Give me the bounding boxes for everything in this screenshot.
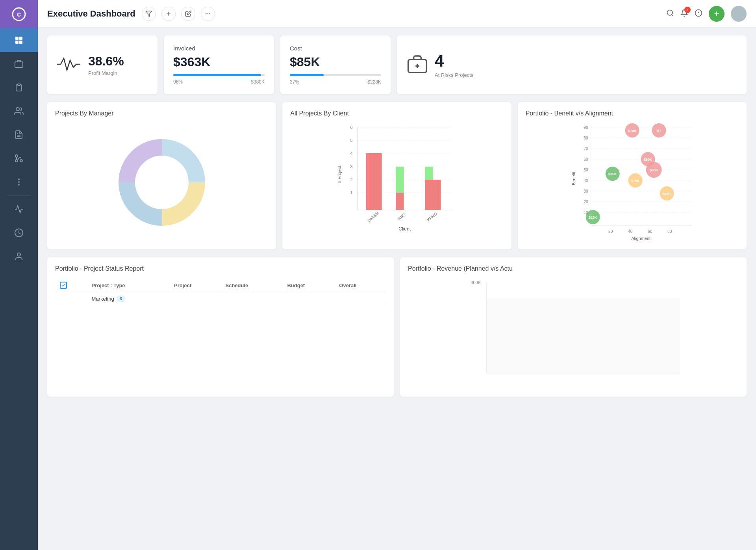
- svg-point-8: [16, 108, 19, 111]
- col-budget: Budget: [282, 279, 334, 292]
- revenue-svg: 400K: [408, 279, 739, 389]
- donut-chart-container: [55, 123, 268, 242]
- svg-text:$45K: $45K: [663, 192, 671, 196]
- at-risk-card: 4 At Risks Projects: [397, 35, 747, 94]
- sidebar-item-git[interactable]: [0, 147, 38, 170]
- col-schedule: Schedule: [221, 279, 283, 292]
- svg-point-12: [15, 155, 18, 157]
- sidebar-item-more[interactable]: [0, 170, 38, 194]
- svg-point-24: [209, 13, 210, 14]
- sidebar-item-dashboard[interactable]: [0, 28, 38, 52]
- invoiced-pct: 96%: [173, 79, 183, 85]
- col-project-type: Project : Type: [87, 279, 169, 292]
- bar-chart-svg: 6 5 4 3 2 1 # Project: [290, 123, 503, 234]
- sidebar-divider: [7, 195, 30, 196]
- projects-by-manager-title: Projects By Manager: [55, 110, 268, 117]
- cost-title: Cost: [290, 45, 381, 52]
- svg-text:400K: 400K: [471, 280, 481, 285]
- svg-text:$85K: $85K: [650, 168, 658, 172]
- sidebar-logo[interactable]: c: [0, 0, 38, 28]
- svg-text:Deloitte: Deloitte: [367, 211, 380, 223]
- more-options-button[interactable]: [201, 7, 215, 21]
- status-table-wrapper: Project : Type Project Schedule Budget O…: [55, 279, 386, 305]
- svg-text:40: 40: [584, 178, 588, 183]
- svg-text:$35K: $35K: [608, 172, 617, 176]
- git-icon: [14, 154, 24, 163]
- search-button[interactable]: [666, 9, 674, 19]
- revenue-chart: 400K: [408, 279, 739, 389]
- svg-text:$70K: $70K: [628, 129, 637, 133]
- sidebar-item-history[interactable]: [0, 221, 38, 245]
- col-project: Project: [169, 279, 221, 292]
- sidebar-item-projects[interactable]: [0, 52, 38, 76]
- invoiced-progress-fill: [173, 74, 261, 76]
- svg-rect-5: [19, 41, 22, 44]
- svg-marker-19: [146, 11, 152, 17]
- cost-progress-labels: 37% $228K: [290, 79, 381, 85]
- svg-text:3: 3: [350, 164, 353, 169]
- donut-chart: [111, 131, 213, 234]
- benefit-alignment-card: Portfolio - Benefit v/s Alignment 90 80 …: [518, 102, 747, 249]
- at-risk-value: 4: [435, 52, 473, 71]
- svg-rect-52: [425, 180, 441, 210]
- user-avatar[interactable]: [731, 6, 747, 22]
- notification-badge: !: [684, 7, 691, 13]
- svg-text:60: 60: [584, 157, 588, 162]
- logo-icon: c: [12, 7, 26, 21]
- topbar-actions: [142, 7, 218, 21]
- table-header-row: Project : Type Project Schedule Budget O…: [55, 279, 386, 292]
- svg-point-33: [135, 156, 189, 209]
- add-tab-button[interactable]: [161, 7, 176, 21]
- svg-text:# Project: # Project: [337, 166, 342, 183]
- invoiced-title: Invoiced: [173, 45, 265, 52]
- sidebar-item-users[interactable]: [0, 245, 38, 268]
- svg-text:40: 40: [628, 229, 633, 234]
- charts-row: Projects By Manager: [47, 102, 747, 249]
- svg-text:$25K: $25K: [589, 216, 597, 219]
- status-table: Project : Type Project Schedule Budget O…: [55, 279, 386, 305]
- row-project-type: Marketing 3: [87, 292, 169, 305]
- filter-icon: [145, 10, 152, 17]
- svg-text:4: 4: [350, 151, 353, 156]
- svg-text:20: 20: [584, 200, 588, 204]
- sidebar-item-reports[interactable]: [0, 123, 38, 147]
- main-area: Executive Dashboard: [38, 0, 756, 550]
- svg-rect-51: [396, 167, 404, 193]
- notifications-button[interactable]: !: [680, 9, 688, 19]
- dashboard-content: 38.6% Profit Margin Invoiced $363K 96% $…: [38, 28, 756, 405]
- row-schedule: [221, 292, 283, 305]
- svg-text:KPMG: KPMG: [426, 212, 438, 222]
- edit-button[interactable]: [181, 7, 195, 21]
- bottom-row: Portfolio - Project Status Report: [47, 257, 747, 397]
- svg-text:70: 70: [584, 147, 588, 151]
- all-projects-by-client-card: All Projects By Client 6 5 4: [282, 102, 511, 249]
- svg-point-16: [18, 184, 20, 186]
- analytics-icon: [14, 204, 24, 214]
- sidebar-item-analytics[interactable]: [0, 197, 38, 221]
- alerts-button[interactable]: [695, 9, 702, 19]
- svg-text:90: 90: [584, 125, 588, 130]
- sidebar: c: [0, 0, 38, 550]
- revenue-title: Portfolio - Revenue (Planned v/s Actu: [408, 265, 739, 272]
- svg-rect-3: [19, 37, 22, 40]
- team-icon: [14, 106, 24, 116]
- header-checkbox[interactable]: [60, 282, 67, 289]
- reports-icon: [14, 130, 24, 139]
- svg-text:Client: Client: [399, 226, 411, 232]
- filter-button[interactable]: [142, 7, 156, 21]
- svg-rect-103: [487, 298, 680, 373]
- alert-icon: [695, 9, 702, 17]
- svg-point-23: [207, 13, 208, 14]
- revenue-card: Portfolio - Revenue (Planned v/s Actu 40…: [400, 257, 747, 397]
- svg-point-15: [18, 181, 20, 183]
- status-report-card: Portfolio - Project Status Report: [47, 257, 394, 397]
- svg-text:80: 80: [667, 229, 672, 234]
- sidebar-item-tasks[interactable]: [0, 76, 38, 99]
- global-add-button[interactable]: +: [709, 6, 724, 22]
- history-icon: [14, 228, 24, 238]
- users-icon: [14, 252, 24, 261]
- svg-text:60: 60: [648, 229, 652, 234]
- pulse-icon: [57, 56, 80, 74]
- sidebar-item-team[interactable]: [0, 99, 38, 123]
- svg-point-14: [18, 178, 20, 180]
